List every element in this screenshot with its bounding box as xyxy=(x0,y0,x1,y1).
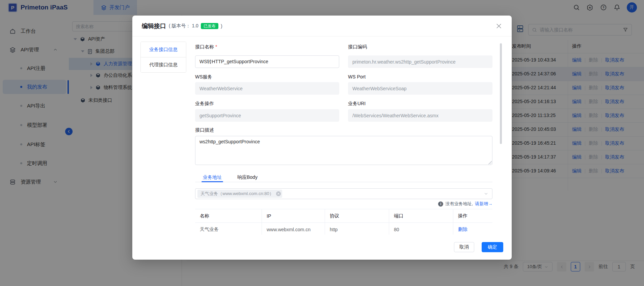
field-label-ws-service: WS服务 xyxy=(195,74,212,80)
field-label-uri: 业务URI xyxy=(348,101,366,107)
ws-port-input xyxy=(348,82,492,95)
address-table-header: 名称 IP 协议 端口 操作 xyxy=(195,209,492,223)
subtab-business-address[interactable]: 业务地址 xyxy=(203,173,222,182)
chevron-down-icon xyxy=(484,192,488,196)
column-protocol: 协议 xyxy=(325,209,389,223)
app-screen: P Primeton iPaaS 开发门户 AI ? 开 工作台 xyxy=(0,0,644,286)
no-address-notice: i 没有业务地址, 请新增→ xyxy=(438,201,492,207)
field-label-ws-port: WS Port xyxy=(348,74,366,79)
close-icon[interactable] xyxy=(495,23,502,29)
notice-text: 没有业务地址, xyxy=(445,201,473,207)
delete-address-link[interactable]: 删除 xyxy=(458,227,467,233)
cancel-button[interactable]: 取消 xyxy=(454,242,474,252)
required-mark: * xyxy=(215,44,217,49)
add-address-link[interactable]: 请新增→ xyxy=(475,201,492,207)
column-port: 端口 xyxy=(389,209,453,223)
address-port: 80 xyxy=(389,223,453,235)
modal-footer: 取消 确定 xyxy=(132,235,512,260)
business-address-select[interactable]: 天气业务（www.webxml.com.cn:80） xyxy=(195,188,492,199)
modal-side-tabs: 业务接口信息 代理接口信息 xyxy=(140,42,186,73)
field-label-code: 接口编码 xyxy=(348,44,367,50)
name-input[interactable] xyxy=(195,55,339,68)
tag-close-icon[interactable] xyxy=(276,191,281,196)
modal-subtabs: 业务地址 响应Body xyxy=(195,173,492,182)
address-name: 天气业务 xyxy=(195,223,262,235)
modal-version: ( 版本号： 1.0 已发布 ) xyxy=(169,23,222,29)
subtab-response-body[interactable]: 响应Body xyxy=(237,173,258,182)
address-table: 名称 IP 协议 端口 操作 天气业务 www.webxml.com.cn ht… xyxy=(195,209,492,235)
resize-grip-icon[interactable] xyxy=(488,161,492,164)
modal-title: 编辑接口 xyxy=(142,22,166,30)
field-label-description: 接口描述 xyxy=(195,127,214,133)
tab-business-interface-info[interactable]: 业务接口信息 xyxy=(141,42,186,57)
field-label-operation: 业务操作 xyxy=(195,101,214,107)
tab-proxy-interface-info[interactable]: 代理接口信息 xyxy=(141,57,186,72)
address-table-row: 天气业务 www.webxml.com.cn http 80 删除 xyxy=(195,223,492,235)
field-label-name: 接口名称* xyxy=(195,44,217,50)
address-ip: www.webxml.com.cn xyxy=(262,223,325,235)
modal-header: 编辑接口 ( 版本号： 1.0 已发布 ) xyxy=(132,16,512,37)
uri-input xyxy=(348,109,492,122)
info-icon: i xyxy=(438,201,443,207)
edit-api-modal: 编辑接口 ( 版本号： 1.0 已发布 ) 业务接口信息 代理接口信息 接口名称… xyxy=(132,16,512,260)
description-textarea[interactable]: ws2http_getSupportProvince xyxy=(195,136,492,165)
selected-address-tag: 天气业务（www.webxml.com.cn:80） xyxy=(197,190,282,198)
code-input xyxy=(348,55,492,68)
status-badge: 已发布 xyxy=(201,23,218,29)
column-actions: 操作 xyxy=(453,209,492,223)
operation-input xyxy=(195,109,339,122)
confirm-button[interactable]: 确定 xyxy=(482,242,503,252)
address-protocol: http xyxy=(325,223,389,235)
column-name: 名称 xyxy=(195,209,262,223)
column-ip: IP xyxy=(262,209,325,223)
ws-service-input xyxy=(195,82,339,95)
modal-scrollbar[interactable] xyxy=(500,43,502,144)
